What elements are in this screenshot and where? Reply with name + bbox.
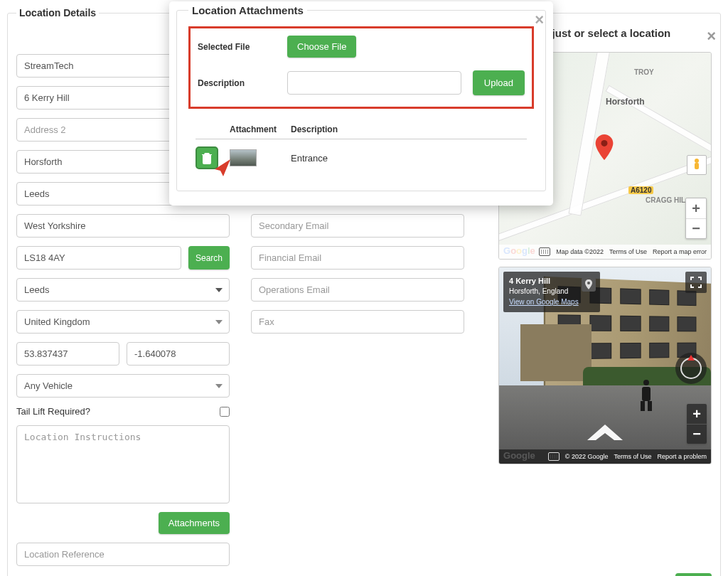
attachment-description-input[interactable] (287, 71, 461, 95)
map-data-label: Map data ©2022 (556, 248, 604, 255)
save-button[interactable]: Save (675, 573, 712, 576)
sv-address-line1: 4 Kerry Hill (509, 276, 579, 287)
region-select[interactable] (16, 278, 230, 302)
sv-terms-link[interactable]: Terms of Use (614, 453, 651, 460)
map-zoom-in-button[interactable]: + (686, 198, 706, 218)
sv-zoom-control: + − (687, 404, 707, 444)
attachment-row: Entrance (196, 139, 527, 176)
pedestrian-figure (638, 380, 654, 411)
sv-zoom-out-button[interactable]: − (687, 424, 707, 444)
streetview-widget[interactable]: 4 Kerry Hill Horsforth, England View on … (498, 267, 712, 464)
instructions-textarea[interactable] (16, 425, 230, 503)
keyboard-icon[interactable] (548, 452, 560, 461)
choose-file-button[interactable]: Choose File (287, 36, 356, 58)
postcode-input[interactable] (16, 246, 181, 270)
streetview-infobox: 4 Kerry Hill Horsforth, England View on … (503, 272, 600, 312)
map-label-cragg: CRAGG HIL (646, 196, 685, 204)
map-report-link[interactable]: Report a map error (653, 248, 707, 255)
longitude-input[interactable] (127, 342, 230, 366)
upload-section-highlight: Selected File Choose File Description Up… (188, 26, 534, 109)
svg-point-0 (601, 140, 608, 146)
sv-address-line2: Horsforth, England (509, 287, 579, 297)
panel-title: Location Details (16, 7, 99, 18)
modal-close-icon[interactable]: × (535, 12, 544, 28)
map-label-troy: TROY (634, 68, 654, 76)
keyboard-icon[interactable] (539, 247, 550, 256)
upload-button[interactable]: Upload (473, 70, 525, 95)
map-pin-icon[interactable] (594, 134, 614, 162)
map-label-a6120: A6120 (628, 186, 653, 194)
streetview-path-arrow[interactable] (580, 419, 630, 449)
caret-down-icon (215, 288, 223, 292)
sv-footer: © 2022 Google Terms of Use Report a prob… (499, 449, 711, 464)
sv-zoom-in-button[interactable]: + (687, 404, 707, 424)
trash-icon (201, 151, 213, 164)
col-attachment-header: Attachment (230, 124, 291, 134)
tail-lift-checkbox[interactable] (220, 407, 230, 417)
description-label: Description (198, 78, 276, 88)
map-label-horsforth: Horsforth (606, 97, 645, 107)
svg-point-3 (587, 282, 590, 284)
location-reference-input[interactable] (16, 543, 230, 566)
sv-view-maps-link[interactable]: View on Google Maps (509, 298, 579, 306)
pegman-icon[interactable] (687, 155, 707, 175)
map-footer: Map data ©2022 Terms of Use Report a map… (499, 245, 711, 259)
sv-copyright: © 2022 Google (565, 453, 609, 460)
sv-report-link[interactable]: Report a problem (657, 453, 707, 460)
country-select[interactable]: United Kingdom (16, 310, 230, 334)
attachment-thumbnail[interactable] (230, 149, 257, 166)
vehicle-select[interactable]: Any Vehicle (16, 374, 230, 398)
modal-title: Location Attachments (188, 4, 307, 16)
annotation-arrow-icon (212, 158, 232, 180)
secondary-email-input[interactable] (251, 214, 464, 238)
compass-icon[interactable] (675, 353, 707, 384)
map-terms-link[interactable]: Terms of Use (609, 248, 647, 255)
caret-down-icon (215, 384, 223, 388)
map-zoom-out-button[interactable]: − (686, 218, 706, 238)
operations-email-input[interactable] (251, 278, 464, 302)
svg-point-1 (695, 159, 699, 163)
county-input[interactable] (16, 214, 230, 238)
tail-lift-label: Tail Lift Required? (16, 406, 90, 417)
svg-rect-2 (695, 163, 699, 169)
col-description-header: Description (291, 124, 527, 134)
attachments-button[interactable]: Attachments (159, 512, 230, 534)
selected-file-label: Selected File (198, 42, 276, 52)
close-panel-icon[interactable]: × (707, 28, 716, 44)
financial-email-input[interactable] (251, 246, 464, 270)
attachment-description-cell: Entrance (291, 153, 527, 164)
fullscreen-icon[interactable] (685, 272, 707, 293)
attachments-table: Attachment Description Entrance (188, 120, 534, 176)
caret-down-icon (215, 320, 223, 324)
fax-input[interactable] (251, 310, 464, 334)
search-button[interactable]: Search (188, 246, 230, 270)
sv-pin-icon[interactable] (582, 277, 596, 292)
latitude-input[interactable] (16, 342, 119, 366)
map-zoom-control: + − (685, 198, 707, 239)
